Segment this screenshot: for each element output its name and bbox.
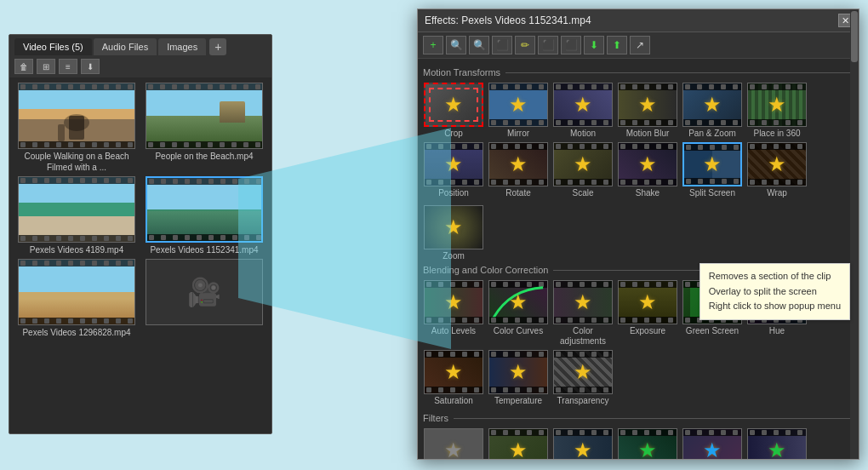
search-button[interactable]: 🔍 bbox=[446, 36, 466, 54]
effect-autolevels[interactable]: ★ Auto Levels bbox=[423, 280, 484, 347]
effect-label: Transparency bbox=[557, 396, 609, 406]
effect-zoom[interactable]: ★ Zoom bbox=[423, 205, 484, 261]
effect-label: Motion Blur bbox=[626, 129, 670, 139]
file-name: People on the Beach.mp4 bbox=[155, 151, 253, 162]
edit-button[interactable]: ✏ bbox=[515, 36, 535, 54]
effect-label: Shake bbox=[636, 188, 660, 198]
section-filters: Filters bbox=[423, 413, 854, 423]
effect-thumb-filter4: ★ bbox=[618, 428, 677, 459]
download-button[interactable]: ⬇ bbox=[584, 36, 604, 54]
effect-label: Crop bbox=[444, 129, 463, 139]
dialog-title: Effects: Pexels Videos 1152341.mp4 bbox=[425, 14, 591, 26]
effect-rotate[interactable]: ★ Rotate bbox=[488, 142, 549, 198]
zoom-button[interactable]: 🔍 bbox=[469, 36, 489, 54]
list-item[interactable]: People on the Beach.mp4 bbox=[142, 83, 266, 173]
list-item[interactable]: Pexels Videos 1296828.mp4 bbox=[14, 259, 139, 338]
effect-thumb-temperature: ★ bbox=[488, 350, 548, 394]
effect-label: Scale bbox=[572, 188, 593, 198]
list-view-icon[interactable]: ≡ bbox=[59, 59, 77, 74]
effect-label: Place in 360 bbox=[753, 129, 800, 139]
file-thumbnail bbox=[18, 176, 135, 243]
share-button[interactable]: ↗ bbox=[630, 36, 650, 54]
effect-thumb-shake: ★ bbox=[618, 142, 677, 186]
star-icon: ★ bbox=[638, 438, 657, 459]
tab-video-files[interactable]: Video Files (5) bbox=[14, 38, 92, 55]
star-icon: ★ bbox=[509, 360, 528, 384]
delete-icon[interactable]: 🗑 bbox=[14, 59, 33, 74]
grid-view-icon[interactable]: ⊞ bbox=[37, 59, 55, 74]
tooltip-line3: Right click to show popup menu bbox=[709, 299, 841, 314]
star-icon: ★ bbox=[768, 93, 786, 117]
effect-label: Position bbox=[438, 188, 469, 198]
effect-exposure[interactable]: ★ Exposure bbox=[617, 280, 678, 347]
import-icon[interactable]: ⬇ bbox=[81, 59, 100, 74]
list-item[interactable]: Pexels Videos 1152341.mp4 bbox=[142, 176, 266, 255]
star-icon: ★ bbox=[703, 438, 722, 459]
star-icon: ★ bbox=[574, 360, 592, 384]
star-icon: ★ bbox=[444, 360, 463, 384]
effect-saturation[interactable]: ★ Saturation bbox=[423, 350, 484, 406]
star-icon: ★ bbox=[638, 290, 657, 314]
settings-button[interactable]: ⬛ bbox=[538, 36, 558, 54]
effect-thumb-colorcurves: ★ bbox=[488, 280, 548, 324]
star-icon: ★ bbox=[444, 152, 463, 176]
star-icon: ★ bbox=[638, 93, 657, 117]
effect-crop[interactable]: ★ Crop bbox=[423, 83, 484, 139]
effect-wrap[interactable]: ★ Wrap bbox=[746, 142, 808, 198]
effect-label: Hue bbox=[769, 326, 785, 336]
effect-place360[interactable]: ★ Place in 360 bbox=[746, 83, 808, 139]
star-icon: ★ bbox=[444, 290, 463, 314]
filter-6[interactable]: ★ bbox=[746, 428, 808, 459]
effect-transparency[interactable]: ★ Transparency bbox=[552, 350, 614, 406]
list-item[interactable]: Pexels Videos 4189.mp4 bbox=[14, 176, 139, 255]
effect-thumb-filter2: ★ bbox=[488, 428, 548, 459]
effect-thumb-crop: ★ bbox=[424, 83, 483, 127]
list-item[interactable]: Couple Walking on a Beach Filmed with a … bbox=[14, 83, 139, 173]
add-effect-button[interactable]: + bbox=[423, 36, 443, 54]
star-icon: ★ bbox=[444, 215, 463, 239]
effect-thumb-coloradj: ★ bbox=[553, 280, 613, 324]
star-icon: ★ bbox=[703, 152, 722, 176]
scrollbar[interactable] bbox=[850, 9, 859, 459]
effect-splitscreen[interactable]: ★ Split Screen bbox=[682, 142, 743, 198]
effect-label: Rotate bbox=[505, 188, 530, 198]
effect-label: Coloradjustments bbox=[560, 326, 606, 347]
effect-coloradj[interactable]: ★ Coloradjustments bbox=[552, 280, 614, 347]
dialog-titlebar: Effects: Pexels Videos 1152341.mp4 ✕ bbox=[418, 9, 859, 32]
effect-motionblur[interactable]: ★ Motion Blur bbox=[617, 83, 678, 139]
effect-colorcurves[interactable]: ★ Color Curves bbox=[488, 280, 549, 347]
effect-thumb-place360: ★ bbox=[747, 83, 807, 127]
effect-label: Color Curves bbox=[494, 326, 543, 336]
file-thumbnail bbox=[146, 83, 263, 149]
upload-button[interactable]: ⬆ bbox=[607, 36, 627, 54]
camera-icon: 🎥 bbox=[187, 276, 221, 308]
effect-temperature[interactable]: ★ Temperature bbox=[488, 350, 549, 406]
effect-label: Mirror bbox=[507, 129, 529, 139]
tab-images[interactable]: Images bbox=[158, 38, 206, 55]
effect-shake[interactable]: ★ Shake bbox=[617, 142, 678, 198]
file-name: Pexels Videos 1152341.mp4 bbox=[150, 244, 258, 255]
effect-scale[interactable]: ★ Scale bbox=[552, 142, 614, 198]
export-button[interactable]: ⬛ bbox=[561, 36, 581, 54]
filter-3[interactable]: ★ bbox=[552, 428, 614, 459]
filters-grid: ★ ★ ★ bbox=[423, 428, 854, 459]
filter-2[interactable]: ★ bbox=[488, 428, 549, 459]
view-button[interactable]: ⬛ bbox=[492, 36, 512, 54]
star-icon: ★ bbox=[768, 438, 786, 459]
file-name: Pexels Videos 4189.mp4 bbox=[30, 244, 123, 255]
filter-4[interactable]: ★ bbox=[617, 428, 678, 459]
filter-1[interactable]: ★ bbox=[423, 428, 484, 459]
tab-audio-files[interactable]: Audio Files bbox=[94, 38, 157, 55]
star-icon: ★ bbox=[703, 93, 722, 117]
effect-thumb-zoom: ★ bbox=[424, 205, 483, 249]
effect-position[interactable]: ★ Position bbox=[423, 142, 484, 198]
add-tab-button[interactable]: + bbox=[209, 38, 226, 55]
effect-panzoom[interactable]: ★ Pan & Zoom bbox=[682, 83, 743, 139]
effect-motion[interactable]: ★ Motion bbox=[552, 83, 614, 139]
file-browser-panel: Video Files (5) Audio Files Images + 🗑 ⊞… bbox=[9, 34, 272, 434]
star-icon: ★ bbox=[574, 438, 592, 459]
star-icon: ★ bbox=[574, 93, 592, 117]
effect-mirror[interactable]: ★ Mirror bbox=[488, 83, 549, 139]
filter-5[interactable]: ★ bbox=[682, 428, 743, 459]
effect-thumb-splitscreen: ★ bbox=[682, 142, 742, 186]
